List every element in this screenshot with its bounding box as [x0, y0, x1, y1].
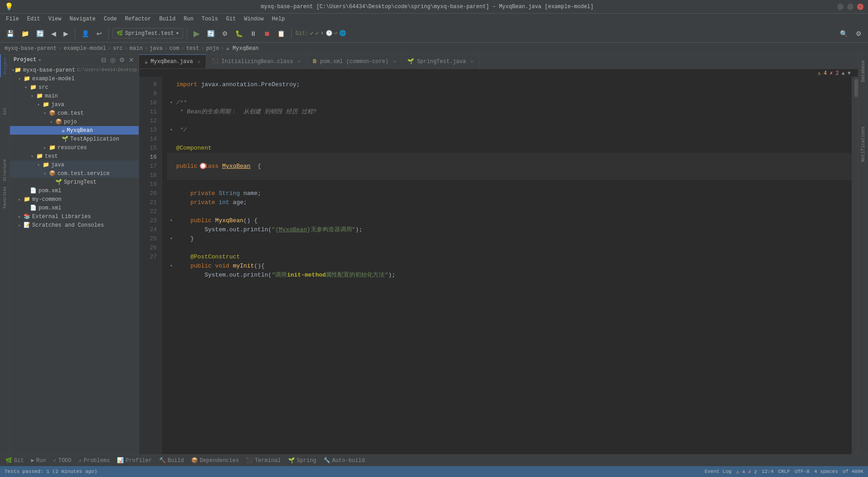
bottom-tab-run[interactable]: ▶ Run: [29, 456, 49, 465]
tab-springtest[interactable]: 🌱 SpringTest.java ✕: [402, 54, 479, 68]
tree-close-button[interactable]: ✕: [128, 56, 135, 63]
tree-locate-button[interactable]: ◎: [109, 56, 116, 63]
breadcrumb-main[interactable]: main: [130, 45, 143, 52]
toolbar-user-button[interactable]: 👤: [79, 28, 92, 39]
toolbar-back-button[interactable]: ◀: [48, 28, 59, 39]
menu-help[interactable]: Help: [268, 15, 289, 23]
menu-git[interactable]: Git: [222, 15, 240, 23]
tab-pom-core[interactable]: 🗎 pom.xml (common-core) ✕: [307, 54, 402, 68]
fold-21[interactable]: ▾: [167, 216, 175, 225]
menu-file[interactable]: File: [2, 15, 23, 23]
settings-button[interactable]: ⚙: [853, 28, 864, 39]
close-button[interactable]: ✕: [857, 4, 863, 10]
bottom-tab-todo[interactable]: ✓ TODO: [50, 456, 74, 465]
status-position[interactable]: 12:4: [762, 469, 773, 474]
tree-item-java[interactable]: ▾ 📁 java: [10, 100, 139, 109]
right-tab-notifications[interactable]: Notifications: [860, 123, 867, 165]
tree-item-pojo[interactable]: ▾ 📦 pojo: [10, 117, 139, 126]
bottom-tab-profiler[interactable]: 📊 Profiler: [114, 456, 154, 465]
tab-initializingbean[interactable]: ⬛ InitializingBean.class ✕: [206, 54, 306, 68]
fold-10[interactable]: ▾: [167, 98, 175, 107]
breadcrumb-file[interactable]: ☕ MyxqBean: [226, 45, 259, 52]
toolbar-undo-button[interactable]: ↩: [94, 28, 105, 39]
tree-item-com-test-service[interactable]: ▾ 📦 com.test.service: [10, 169, 139, 178]
menu-code[interactable]: Code: [100, 15, 121, 23]
nav-down-icon[interactable]: ▼: [848, 70, 851, 77]
code-editor[interactable]: 8 9 10 11 12 13 14 15 16 17 18 19 20 21 …: [139, 77, 858, 454]
tree-item-springtest[interactable]: 🌱 SpringTest: [10, 178, 139, 186]
menu-edit[interactable]: Edit: [24, 15, 44, 23]
toolbar-forward-button[interactable]: ▶: [61, 28, 71, 39]
menu-refactor[interactable]: Refactor: [121, 15, 155, 23]
fold-26[interactable]: ▾: [167, 262, 175, 271]
stop-button[interactable]: ⏹: [261, 28, 273, 39]
left-tab-git[interactable]: Git: [0, 104, 10, 118]
breadcrumb-pojo[interactable]: pojo: [206, 45, 219, 52]
menu-tools[interactable]: Tools: [198, 15, 222, 23]
menu-build[interactable]: Build: [155, 15, 179, 23]
tree-item-src[interactable]: ▾ 📁 src: [10, 83, 139, 92]
tree-item-test[interactable]: ▾ 📁 test: [10, 152, 139, 161]
status-indent[interactable]: 4 spaces: [814, 469, 838, 474]
bottom-tab-terminal[interactable]: ⬛ Terminal: [243, 456, 284, 465]
bottom-tab-spring[interactable]: 🌱 Spring: [285, 456, 319, 465]
bottom-tab-git[interactable]: 🌿 Git: [3, 456, 27, 465]
search-everywhere-button[interactable]: 🔍: [837, 28, 850, 39]
bottom-tab-dependencies[interactable]: 📦 Dependencies: [188, 456, 241, 465]
tree-item-testapp[interactable]: 🌱 TestApplication: [10, 135, 139, 143]
menu-window[interactable]: Window: [241, 15, 267, 23]
project-dropdown-icon[interactable]: ▾: [38, 57, 41, 63]
right-tab-database[interactable]: Database: [860, 57, 867, 86]
scrollbar-thumb[interactable]: [854, 79, 858, 97]
refresh-run-button[interactable]: 🔄: [204, 28, 217, 39]
tree-item-pom-example[interactable]: 📄 pom.xml: [10, 186, 139, 195]
status-encoding[interactable]: UTF-8: [795, 469, 810, 474]
breadcrumb-src[interactable]: src: [113, 45, 123, 52]
tree-item-scratches[interactable]: ▸ 📝 Scratches and Consoles: [10, 221, 139, 229]
left-tab-favorites[interactable]: Favorites: [0, 190, 10, 204]
tab-close-springtest[interactable]: ✕: [470, 58, 473, 64]
fold-13[interactable]: ▾: [167, 126, 175, 135]
bottom-tab-problems[interactable]: ⚠ Problems: [76, 456, 113, 465]
tree-item-root[interactable]: ▾ 📁 myxq-base-parent C:\Users\64434\Desk…: [10, 66, 139, 74]
tab-close-initializingbean[interactable]: ✕: [298, 58, 301, 64]
tree-item-ext-libs[interactable]: ▸ 📚 External Libraries: [10, 212, 139, 221]
run-button[interactable]: ▶: [191, 27, 203, 40]
menu-run[interactable]: Run: [180, 15, 197, 23]
menu-navigate[interactable]: Navigate: [66, 15, 99, 23]
breadcrumb-test[interactable]: test: [186, 45, 199, 52]
status-event-log[interactable]: Event Log: [704, 469, 731, 474]
menu-view[interactable]: View: [45, 15, 65, 23]
code-content[interactable]: import javax.annotation.PreDestroy; ▾ /*…: [162, 77, 852, 454]
tab-close-pom-core[interactable]: ✕: [393, 58, 396, 64]
tree-item-pom-root[interactable]: 📄 pom.xml: [10, 204, 139, 212]
tree-collapse-all-button[interactable]: ⊟: [100, 56, 107, 63]
left-tab-structure[interactable]: Structure: [0, 163, 10, 177]
tree-item-myxqbean[interactable]: ☕ MyxqBean: [10, 126, 139, 135]
pause-button[interactable]: ⏸: [247, 28, 259, 39]
toolbar-open-button[interactable]: 📁: [19, 28, 32, 39]
branch-selector[interactable]: 🌿 SpringTest.test ▾: [112, 28, 183, 39]
nav-up-icon[interactable]: ▲: [842, 70, 845, 77]
toolbar-save-button[interactable]: 💾: [4, 28, 17, 39]
tree-item-main[interactable]: ▾ 📁 main: [10, 92, 139, 100]
tree-item-java2[interactable]: ▾ 📁 java: [10, 161, 139, 169]
minimize-button[interactable]: ─: [837, 4, 844, 10]
debug-button[interactable]: 🐛: [232, 28, 246, 39]
tree-item-example-model[interactable]: ▾ 📁 example-model: [10, 74, 139, 83]
fold-23[interactable]: ▾: [167, 234, 175, 243]
run-config-button[interactable]: ⚙: [219, 28, 231, 39]
coverage-button[interactable]: 📋: [275, 28, 288, 39]
tree-item-com-test[interactable]: ▾ 📦 com.test: [10, 109, 139, 117]
tree-item-my-common[interactable]: ▸ 📁 my-common: [10, 195, 139, 204]
tab-myxqbean[interactable]: ☕ MyxqBean.java ✕: [139, 54, 206, 68]
breadcrumb-root[interactable]: myxq-base-parent: [5, 45, 57, 52]
breadcrumb-com[interactable]: com: [169, 45, 179, 52]
bottom-tab-autobuild[interactable]: 🔧 Auto-build: [321, 456, 367, 465]
breadcrumb-java[interactable]: java: [149, 45, 163, 52]
maximize-button[interactable]: □: [847, 4, 854, 10]
breadcrumb-module[interactable]: example-model: [63, 45, 106, 52]
left-tab-project[interactable]: Project: [0, 54, 10, 77]
toolbar-sync-button[interactable]: 🔄: [34, 28, 47, 39]
tree-settings-button[interactable]: ⚙: [118, 56, 126, 63]
